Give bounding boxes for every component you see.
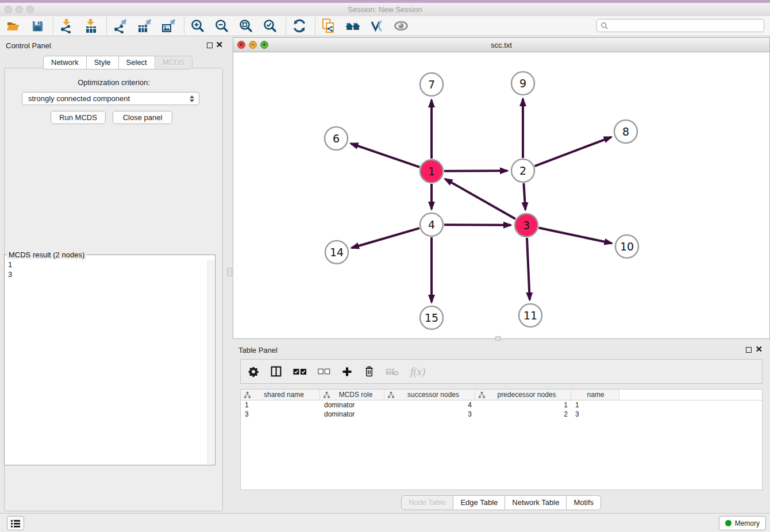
column-header-MCDS-role[interactable]: MCDS role (320, 390, 384, 400)
column-header-shared-name[interactable]: shared name (241, 390, 320, 400)
network-graph[interactable]: 7968124314101511 (233, 52, 769, 338)
mcds-result-area[interactable]: 1 3 (5, 259, 215, 465)
import-network-button[interactable] (58, 17, 75, 34)
save-floppy-icon (31, 20, 44, 33)
network-view-window: ✕ − + scc.txt 7968124314101511 (233, 37, 770, 339)
table-options-button[interactable] (248, 366, 259, 377)
clone-network-button[interactable] (320, 17, 337, 34)
deselect-all-columns-button[interactable] (318, 368, 330, 375)
open-session-button[interactable] (5, 17, 22, 34)
create-column-button[interactable] (341, 366, 353, 377)
table-cell[interactable]: 1 (475, 401, 571, 409)
checked-boxes-icon (293, 368, 307, 375)
table-row[interactable]: 1dominator411 (241, 400, 762, 410)
toolbar-separator (53, 17, 53, 34)
column-header-name[interactable]: name (571, 390, 619, 400)
function-builder-button[interactable]: f(x) (410, 365, 425, 378)
tab-network-table[interactable]: Network Table (505, 495, 567, 510)
edge-4-3[interactable] (444, 225, 511, 225)
column-header-successor-nodes[interactable]: successor nodes (384, 390, 475, 400)
close-panel-button[interactable]: Close panel (113, 111, 172, 124)
export-table-icon (137, 18, 152, 33)
zoom-out-button[interactable] (213, 17, 230, 34)
table-cell[interactable]: 4 (384, 401, 475, 409)
graphics-details-button[interactable] (368, 17, 386, 34)
optimization-criterion-label: Optimization criterion: (0, 78, 228, 87)
gear-icon (248, 366, 259, 377)
run-mcds-button[interactable]: Run MCDS (51, 111, 106, 124)
delete-table-button[interactable] (386, 367, 399, 376)
table-panel-tabs: Node TableEdge TableNetwork TableMotifs (233, 495, 770, 510)
node-label-15: 15 (425, 311, 438, 324)
result-scrollbar[interactable] (207, 260, 214, 464)
zoom-in-button[interactable] (189, 17, 206, 34)
tab-network[interactable]: Network (43, 56, 87, 70)
network-canvas[interactable]: 7968124314101511 (233, 52, 769, 338)
select-all-columns-button[interactable] (293, 368, 307, 375)
edge-3-10[interactable] (539, 228, 612, 244)
table-cell[interactable]: dominator (320, 410, 384, 418)
close-table-panel-icon[interactable]: ✕ (755, 345, 763, 354)
edge-3-1[interactable] (445, 179, 515, 219)
table-cell[interactable]: dominator (320, 401, 384, 409)
table-cell[interactable]: 3 (241, 410, 320, 418)
table-cell[interactable]: 1 (571, 401, 619, 409)
list-icon (11, 519, 20, 527)
horizontal-splitter-grip[interactable] (495, 336, 501, 341)
task-history-button[interactable] (7, 516, 24, 530)
zoom-fit-button[interactable] (237, 17, 255, 34)
tab-edge-table[interactable]: Edge Table (453, 495, 505, 510)
node-label-6: 6 (333, 132, 340, 145)
node-label-14: 14 (330, 246, 344, 259)
table-cell[interactable]: 2 (475, 410, 571, 418)
float-table-panel-icon[interactable] (746, 347, 752, 353)
search-input[interactable] (609, 20, 764, 31)
node-label-4: 4 (428, 218, 435, 231)
unchecked-boxes-icon (318, 368, 330, 375)
zoom-selected-button[interactable] (261, 17, 279, 34)
table-cell[interactable]: 3 (571, 410, 619, 418)
table-cell[interactable]: 3 (384, 410, 475, 418)
control-panel-tabs: NetworkStyleSelectMCDS (44, 56, 192, 70)
node-label-8: 8 (622, 125, 629, 138)
control-panel-title: Control Panel (6, 41, 51, 50)
titlebar: Session: New Session (0, 3, 770, 16)
export-image-button[interactable] (160, 17, 177, 34)
memory-button[interactable]: Memory (719, 516, 766, 530)
edge-2-8[interactable] (535, 137, 611, 167)
criterion-dropdown[interactable]: strongly connected component (22, 92, 199, 105)
network-window-titlebar[interactable]: ✕ − + scc.txt (233, 38, 769, 52)
tab-mcds[interactable]: MCDS (155, 56, 192, 70)
delete-columns-button[interactable] (364, 365, 375, 377)
first-neighbors-button[interactable] (344, 17, 361, 34)
table-row[interactable]: 3dominator323 (241, 410, 762, 419)
edge-1-6[interactable] (351, 144, 420, 167)
tab-motifs[interactable]: Motifs (566, 495, 601, 510)
save-session-button[interactable] (29, 17, 46, 34)
hierarchy-icon (479, 392, 485, 398)
network-window-title: scc.txt (233, 41, 769, 49)
birds-eye-view-button[interactable] (392, 17, 410, 34)
show-columns-button[interactable] (270, 365, 282, 377)
tab-select[interactable]: Select (118, 56, 155, 70)
edge-3-11[interactable] (527, 238, 530, 300)
table-cell[interactable]: 1 (241, 401, 320, 409)
tab-node-table[interactable]: Node Table (401, 495, 454, 510)
edge-2-3[interactable] (523, 183, 525, 210)
export-network-button[interactable] (111, 17, 129, 34)
tab-style[interactable]: Style (86, 56, 119, 70)
vertical-splitter-grip[interactable] (227, 268, 232, 276)
node-table[interactable]: shared nameMCDS rolesuccessor nodesprede… (240, 389, 763, 490)
edge-1-2[interactable] (444, 171, 507, 171)
apply-layout-button[interactable] (291, 17, 308, 34)
search-field[interactable] (596, 19, 764, 32)
toolbar-separator (286, 17, 286, 34)
export-table-button[interactable] (136, 17, 153, 34)
edge-4-14[interactable] (352, 228, 419, 248)
float-panel-icon[interactable] (207, 43, 213, 48)
close-panel-icon[interactable]: ✕ (215, 40, 223, 49)
search-icon (600, 22, 609, 30)
import-table-button[interactable] (82, 17, 99, 34)
column-header-predecessor-nodes[interactable]: predecessor nodes (475, 390, 571, 400)
main-toolbar (0, 16, 770, 36)
